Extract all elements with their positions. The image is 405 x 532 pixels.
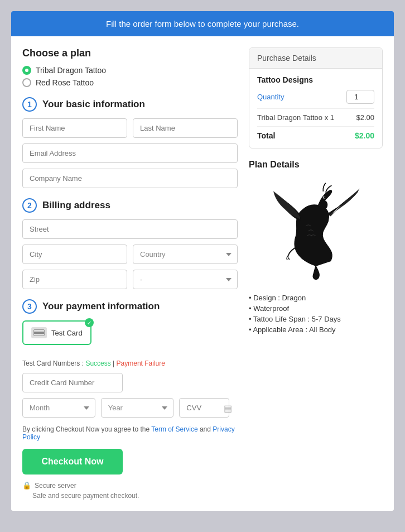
secure-label: Secure server: [35, 482, 76, 490]
banner-text: Fill the order form below to complete yo…: [106, 19, 299, 28]
country-select[interactable]: Country United States United Kingdom: [133, 245, 238, 264]
step3-header: 3 Your payment information: [22, 299, 238, 314]
plan-option-rose[interactable]: Red Rose Tattoo: [22, 78, 238, 87]
qty-label: Quantity: [257, 93, 284, 101]
bullet-2: Waterproof: [249, 304, 383, 313]
item-name: Tribal Dragon Tattoo x 1: [257, 113, 334, 122]
zip-state-row: -: [22, 270, 238, 289]
card-stripe: [34, 332, 44, 334]
plan-tribal-label: Tribal Dragon Tattoo: [36, 66, 106, 75]
terms-text: By clicking Checkout Now you agree to th…: [22, 425, 238, 441]
item-price: $2.00: [356, 113, 374, 122]
credit-card-input[interactable]: [22, 373, 123, 392]
plan-bullets: Design : Dragon Waterproof Tattoo Life S…: [249, 294, 383, 334]
payment-method-box[interactable]: Test Card ✓: [22, 320, 91, 345]
qty-row: Quantity: [257, 90, 374, 104]
cvv-icon: ▤: [224, 402, 232, 413]
plan-rose-label: Red Rose Tattoo: [36, 78, 94, 87]
radio-tribal[interactable]: [22, 66, 31, 75]
bullet-1: Design : Dragon: [249, 294, 383, 302]
month-select[interactable]: Month 010203 040506 070809 101112: [22, 398, 95, 418]
name-row: [22, 118, 238, 138]
step2-title: Billing address: [42, 200, 110, 211]
top-banner: Fill the order form below to complete yo…: [11, 11, 394, 36]
terms-link[interactable]: Term of Service: [151, 425, 197, 433]
tattoo-designs-label: Tattoo Designs: [257, 75, 374, 84]
purchase-details-title: Purchase Details: [249, 48, 382, 69]
item-row: Tribal Dragon Tattoo x 1 $2.00: [257, 108, 374, 122]
bullet-3: Tattoo Life Span : 5-7 Days: [249, 315, 383, 323]
company-row: [22, 169, 238, 188]
success-link[interactable]: Success: [85, 360, 110, 367]
email-input[interactable]: [22, 143, 238, 163]
payment-check-badge: ✓: [85, 318, 94, 327]
total-price: $2.00: [355, 131, 374, 140]
test-card-numbers: Test Card Numbers : Success | Payment Fa…: [22, 360, 238, 367]
left-column: Choose a plan Tribal Dragon Tattoo Red R…: [22, 47, 238, 500]
secure-sub: Safe and secure payment checkout.: [32, 492, 238, 500]
cvv-wrapper: ▤: [179, 398, 238, 418]
credit-card-row: [22, 373, 238, 392]
purchase-details-box: Purchase Details Tattoo Designs Quantity…: [249, 47, 383, 148]
main-content: Choose a plan Tribal Dragon Tattoo Red R…: [11, 36, 394, 511]
bullet-4: Applicable Area : All Body: [249, 325, 383, 334]
lock-icon: 🔒: [22, 481, 31, 490]
right-column: Purchase Details Tattoo Designs Quantity…: [249, 47, 383, 500]
qty-input[interactable]: [346, 90, 374, 104]
zip-input[interactable]: [22, 270, 127, 289]
svg-point-1: [324, 196, 326, 198]
step1-title: Your basic information: [42, 99, 145, 110]
cvv-input[interactable]: [179, 398, 229, 418]
checkout-button[interactable]: Checkout Now: [22, 449, 123, 475]
payment-method-label: Test Card: [51, 329, 83, 337]
city-country-row: Country United States United Kingdom: [22, 245, 238, 264]
street-row: [22, 219, 238, 239]
step1-circle: 1: [22, 97, 37, 112]
last-name-input[interactable]: [133, 118, 238, 138]
state-select[interactable]: -: [133, 270, 238, 289]
radio-rose[interactable]: [22, 78, 31, 87]
step2-circle: 2: [22, 198, 37, 213]
cvv-row: Month 010203 040506 070809 101112 Year 2…: [22, 398, 238, 418]
test-card-label: Test Card Numbers :: [22, 360, 85, 367]
card-icon-inner: [33, 329, 45, 336]
secure-info: 🔒 Secure server: [22, 481, 238, 490]
step3-title: Your payment information: [42, 301, 160, 312]
step1-header: 1 Your basic information: [22, 97, 238, 112]
plan-option-tribal[interactable]: Tribal Dragon Tattoo: [22, 66, 238, 75]
page-wrapper: Fill the order form below to complete yo…: [11, 11, 394, 511]
step3-circle: 3: [22, 299, 37, 314]
dragon-image: [249, 175, 383, 287]
email-row: [22, 143, 238, 163]
city-input[interactable]: [22, 245, 127, 264]
card-icon: [31, 327, 47, 338]
year-select[interactable]: Year 2024202520262027: [101, 398, 174, 418]
company-input[interactable]: [22, 169, 238, 188]
street-input[interactable]: [22, 219, 238, 239]
first-name-input[interactable]: [22, 118, 127, 138]
choose-plan-title: Choose a plan: [22, 47, 238, 59]
total-label: Total: [257, 131, 275, 140]
failure-link[interactable]: Payment Failure: [117, 360, 165, 367]
step2-header: 2 Billing address: [22, 198, 238, 213]
total-row: Total $2.00: [257, 126, 374, 140]
plan-details-title: Plan Details: [249, 160, 383, 170]
